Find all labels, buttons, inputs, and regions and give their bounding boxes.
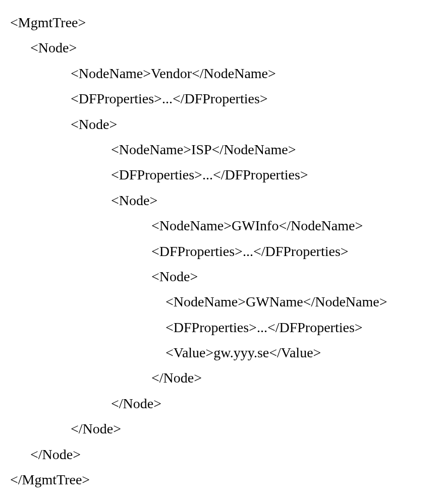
xml-line: </Node> [10,416,432,442]
xml-line: <Node> [10,35,432,60]
xml-line: </Node> [10,365,432,391]
xml-line: <DFProperties>...</DFProperties> [10,239,432,264]
xml-line: </MgmtTree> [10,467,432,492]
xml-line: <NodeName>ISP</NodeName> [10,137,432,162]
xml-line: <Node> [10,112,432,137]
xml-line: <DFProperties>...</DFProperties> [10,315,432,340]
xml-line: </Node> [10,391,432,416]
xml-line: <Value>gw.yyy.se</Value> [10,340,432,365]
xml-line: <DFProperties>...</DFProperties> [10,162,432,187]
xml-line: <NodeName>Vendor</NodeName> [10,61,432,86]
xml-line: <Node> [10,188,432,213]
xml-line: <Node> [10,264,432,289]
xml-document: <MgmtTree><Node><NodeName>Vendor</NodeNa… [10,10,432,492]
xml-line: <NodeName>GWName</NodeName> [10,289,432,314]
xml-line: </Node> [10,442,432,467]
xml-line: <MgmtTree> [10,10,432,35]
xml-line: <DFProperties>...</DFProperties> [10,86,432,111]
xml-line: <NodeName>GWInfo</NodeName> [10,213,432,238]
